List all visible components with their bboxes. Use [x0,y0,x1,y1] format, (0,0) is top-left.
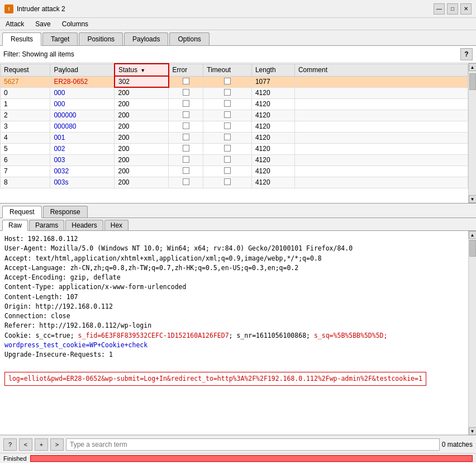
post-data-box: log=elliot&pwd=ER28-0652&wp-submit=Log+I… [4,372,426,386]
req-scroll-thumb[interactable] [469,240,476,257]
matches-label: 0 matches [442,441,473,448]
table-row[interactable]: 5627ER28-06523021077 [1,76,468,87]
subtab-raw[interactable]: Raw [2,220,28,231]
table-row[interactable]: 10002004120 [1,98,468,110]
req-accept: Accept: text/html,application/xhtml+xml,… [4,254,464,263]
tab-target[interactable]: Target [42,32,78,45]
req-useragent: User-Agent: Mozilla/5.0 (Windows NT 10.0… [4,244,464,253]
req-content-length: Content-Length: 107 [4,292,464,302]
bottom-search-bar: ? < + > 0 matches [0,435,476,453]
results-table-container: Request Payload Status ▼ Error Timeout L… [0,63,468,203]
app-icon: ! [4,4,13,13]
tab-payloads[interactable]: Payloads [124,32,168,45]
request-scrollbar[interactable]: ▲ ▼ [468,231,476,435]
scroll-up-arrow[interactable]: ▲ [469,63,477,71]
req-scroll-up[interactable]: ▲ [469,231,477,239]
col-comment[interactable]: Comment [294,64,468,76]
cookie-sq-highlight: s_sq=%5B%5BB%5D%5D; [314,332,388,339]
close-button[interactable]: ✕ [460,3,472,15]
req-upgrade: Upgrade-Insecure-Requests: 1 [4,350,464,360]
col-error[interactable]: Error [169,64,203,76]
status-label: Finished [3,455,27,462]
req-accept-lang: Accept-Language: zh-CN,zh;q=0.8,zh-TW;q=… [4,263,464,273]
filter-label: Filter: Showing all items [3,50,74,58]
tab-results[interactable]: Results [2,32,41,46]
req-scroll-track [469,239,477,427]
col-timeout[interactable]: Timeout [203,64,252,76]
search-input[interactable] [66,438,440,451]
tab-response[interactable]: Response [43,206,88,218]
req-referer: Referer: http://192.168.0.112/wp-login [4,321,464,330]
request-content-area: Host: 192.168.0.112 User-Agent: Mozilla/… [0,231,468,435]
help-button[interactable]: ? [3,438,17,451]
maximize-button[interactable]: □ [447,3,458,15]
menu-save[interactable]: Save [33,20,53,29]
table-scrollbar[interactable]: ▲ ▼ [468,63,476,203]
table-row[interactable]: 8003s2004120 [1,177,468,188]
tab-options[interactable]: Options [169,32,209,45]
table-row[interactable]: 700322004120 [1,166,468,177]
req-connection: Connection: close [4,311,464,321]
req-accept-enc: Accept-Encoding: gzip, deflate [4,273,464,282]
menu-bar: Attack Save Columns [0,18,476,30]
req-cookie: Cookie: s_cc=true; s_fid=6E3F8F839532CEF… [4,331,464,341]
col-length[interactable]: Length [251,64,294,76]
title-bar: ! Intruder attack 2 — □ ✕ [0,0,476,18]
menu-attack[interactable]: Attack [3,20,26,29]
req-scroll-down[interactable]: ▼ [469,427,477,435]
add-button[interactable]: + [35,438,48,451]
filter-bar: Filter: Showing all items ? [0,46,476,63]
tab-positions[interactable]: Positions [79,32,123,45]
wp-cookie-highlight: wordpress_test_cookie=WP+Cookie+check [4,341,147,349]
subtab-headers[interactable]: Headers [65,220,103,230]
main-tab-bar: Results Target Positions Payloads Option… [0,30,476,46]
window-title: Intruder attack 2 [17,5,65,13]
subtab-hex[interactable]: Hex [104,220,128,230]
table-row[interactable]: 00002004120 [1,87,468,98]
subtab-params[interactable]: Params [29,220,64,230]
filter-help-button[interactable]: ? [460,48,473,60]
next-button[interactable]: > [50,438,64,451]
scroll-thumb[interactable] [469,73,476,90]
req-origin: Origin: http://192.168.0.112 [4,302,464,311]
table-row[interactable]: 50022004120 [1,143,468,154]
req-content-type: Content-Type: application/x-www-form-url… [4,282,464,292]
sub-tab-bar: Raw Params Headers Hex [0,218,476,231]
table-row[interactable]: 60032004120 [1,154,468,166]
window-controls: — □ ✕ [434,3,472,15]
menu-columns[interactable]: Columns [60,20,91,29]
progress-bar [30,455,473,462]
scroll-track [469,71,477,195]
scroll-down-arrow[interactable]: ▼ [469,195,477,203]
col-request[interactable]: Request [1,64,50,76]
tab-request[interactable]: Request [2,206,42,218]
col-status[interactable]: Status ▼ [115,64,169,76]
prev-button[interactable]: < [19,438,32,451]
table-row[interactable]: 20000002004120 [1,110,468,121]
table-row[interactable]: 30000802004120 [1,121,468,132]
minimize-button[interactable]: — [434,3,445,15]
req-host: Host: 192.168.0.112 [4,234,464,244]
table-row[interactable]: 40012004120 [1,132,468,143]
req-wp-cookie: wordpress_test_cookie=WP+Cookie+check [4,341,464,350]
results-table: Request Payload Status ▼ Error Timeout L… [0,63,468,188]
col-payload[interactable]: Payload [50,64,115,76]
status-bar: Finished [0,453,476,463]
cookie-fid-highlight: s_fid=6E3F8F839532CEFC-1D152160A126FED7 [78,332,229,339]
section-tab-bar: Request Response [0,204,476,218]
